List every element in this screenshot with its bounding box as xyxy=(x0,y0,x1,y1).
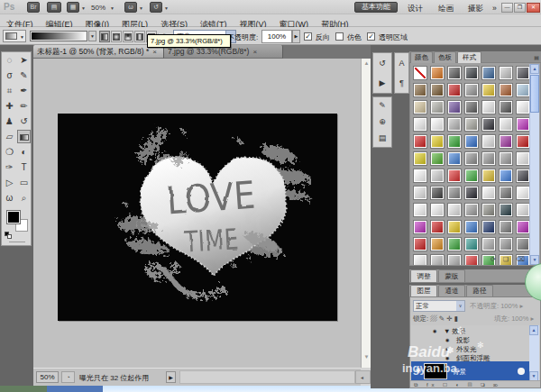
canvas-image[interactable]: LOVE TIME xyxy=(58,114,337,321)
rectangular-marquee-tool[interactable]: ◌ xyxy=(3,53,16,67)
style-swatch-12[interactable] xyxy=(499,83,513,97)
shape-tool[interactable]: ▭ xyxy=(17,176,31,189)
hand-tool-icon[interactable]: ω xyxy=(124,2,137,13)
style-swatch-50[interactable] xyxy=(430,186,445,200)
character-panel-icon[interactable]: A xyxy=(395,53,408,73)
layers-lock-row[interactable]: 锁定: ▨ ✎ ✛ ▮ xyxy=(413,315,458,324)
style-swatch-59[interactable] xyxy=(464,203,479,217)
hand-dropdown[interactable]: ▼ xyxy=(139,5,143,11)
horizontal-scrollbar[interactable] xyxy=(179,370,355,384)
style-swatch-7[interactable] xyxy=(413,83,427,97)
styles-scroll-thumb[interactable] xyxy=(530,75,539,113)
style-swatch-80[interactable] xyxy=(464,254,479,266)
style-swatch-34[interactable] xyxy=(516,134,530,149)
scroll-up-icon[interactable]: ▲ xyxy=(362,60,371,66)
scroll-down-icon[interactable]: ▼ xyxy=(362,354,371,360)
style-swatch-44[interactable] xyxy=(447,169,462,183)
style-swatch-6[interactable] xyxy=(516,66,530,80)
style-swatch-36[interactable] xyxy=(430,151,445,166)
style-swatch-70[interactable] xyxy=(413,237,427,251)
style-swatch-69[interactable] xyxy=(516,220,530,234)
styles-panel-menu-icon[interactable]: ▤ xyxy=(534,54,539,60)
styles-tabs-tab-1[interactable]: 色板 xyxy=(434,51,456,63)
style-swatch-62[interactable] xyxy=(516,203,530,217)
minimize-button[interactable]: — xyxy=(501,3,513,13)
style-swatch-40[interactable] xyxy=(499,151,513,166)
style-swatch-57[interactable] xyxy=(430,203,445,217)
style-swatch-68[interactable] xyxy=(499,220,513,234)
style-swatch-32[interactable] xyxy=(481,134,496,149)
style-swatch-66[interactable] xyxy=(464,220,479,234)
opacity-arrow[interactable]: ▶ xyxy=(292,30,300,43)
workspace-design-button[interactable]: 设计 xyxy=(408,4,423,14)
style-swatch-45[interactable] xyxy=(464,169,479,183)
style-swatch-10[interactable] xyxy=(464,83,479,97)
opacity-field[interactable]: 100% xyxy=(261,30,292,43)
workspace-paint-button[interactable]: 绘画 xyxy=(438,4,454,14)
move-tool[interactable]: ➤ xyxy=(17,53,31,67)
style-swatch-4[interactable] xyxy=(481,66,496,80)
foreground-color-swatch[interactable] xyxy=(7,211,20,223)
style-swatch-1[interactable] xyxy=(430,66,445,80)
style-swatch-2[interactable] xyxy=(447,66,462,80)
style-swatch-8[interactable] xyxy=(430,83,445,97)
linear-gradient-button[interactable] xyxy=(99,31,110,42)
style-swatch-35[interactable] xyxy=(413,151,427,166)
style-swatch-60[interactable] xyxy=(481,203,496,217)
adjust-tabs-tab-1[interactable]: 蒙版 xyxy=(438,269,465,282)
style-swatch-13[interactable] xyxy=(516,83,530,97)
reverse-checkbox[interactable]: ✓ xyxy=(304,32,312,41)
style-swatch-28[interactable] xyxy=(413,134,427,149)
style-swatch-21[interactable] xyxy=(413,117,427,132)
style-swatch-67[interactable] xyxy=(481,220,496,234)
launch-bridge-icon[interactable]: Br xyxy=(27,2,40,13)
style-swatch-27[interactable] xyxy=(516,117,530,132)
lasso-tool[interactable]: σ xyxy=(3,68,16,82)
styles-scrollbar[interactable]: ▲ ▼ xyxy=(529,64,539,265)
horizontal-scroll-arrows[interactable]: ◄ ► xyxy=(355,370,371,384)
style-swatch-30[interactable] xyxy=(447,134,462,149)
document-tab-1[interactable]: 未标题-1 @ 50% (背景, RGB/8) *× xyxy=(33,45,164,59)
style-swatch-5[interactable] xyxy=(499,66,513,80)
style-swatch-31[interactable] xyxy=(464,134,479,149)
style-swatch-16[interactable] xyxy=(447,100,462,114)
style-swatch-43[interactable] xyxy=(430,169,445,183)
style-swatch-55[interactable] xyxy=(516,186,530,200)
style-swatch-26[interactable] xyxy=(499,117,513,132)
style-swatch-24[interactable] xyxy=(464,117,479,132)
tab-1-close-icon[interactable]: × xyxy=(152,46,157,59)
reflected-gradient-button[interactable] xyxy=(134,31,145,42)
transparency-checkbox[interactable]: ✓ xyxy=(367,32,375,41)
arrange-documents-dropdown[interactable]: ▼ xyxy=(81,5,86,11)
hand-tool[interactable]: ω xyxy=(3,191,16,205)
style-swatch-23[interactable] xyxy=(447,117,462,132)
tab-2-close-icon[interactable]: × xyxy=(252,46,257,59)
layer-comps-panel-icon[interactable]: ▤ xyxy=(373,130,391,146)
clone-stamp-tool[interactable]: ♟ xyxy=(3,114,16,128)
eyedropper-tool[interactable]: ✒ xyxy=(17,84,31,97)
style-swatch-17[interactable] xyxy=(464,100,479,114)
effect-visibility-icon[interactable]: ◉ xyxy=(433,328,436,333)
style-swatch-39[interactable] xyxy=(481,151,496,166)
effect-visibility-icon[interactable]: ◉ xyxy=(445,337,449,342)
angle-gradient-button[interactable] xyxy=(123,31,133,42)
brushes-panel-icon[interactable]: ✎ xyxy=(373,97,391,114)
type-tool[interactable]: T xyxy=(17,160,31,174)
style-swatch-20[interactable] xyxy=(516,100,530,114)
layers-tabs-tab-1[interactable]: 通道 xyxy=(438,285,465,296)
gradient-picker-arrow[interactable]: ▼ xyxy=(88,31,96,41)
style-swatch-56[interactable] xyxy=(413,203,427,217)
style-swatch-29[interactable] xyxy=(430,134,445,149)
style-swatch-37[interactable] xyxy=(447,151,462,166)
layers-scrollbar[interactable]: ▲ ▼ xyxy=(529,325,539,381)
style-swatch-65[interactable] xyxy=(447,220,462,234)
style-swatch-47[interactable] xyxy=(499,169,513,183)
style-swatch-58[interactable] xyxy=(447,203,462,217)
gradient-tool[interactable] xyxy=(17,130,31,143)
style-swatch-54[interactable] xyxy=(499,186,513,200)
history-panel-icon[interactable]: ↺ xyxy=(373,53,391,73)
style-swatch-11[interactable] xyxy=(481,83,496,97)
arrange-documents-icon[interactable]: ▦ xyxy=(67,2,79,13)
style-swatch-3[interactable] xyxy=(464,66,479,80)
style-swatch-42[interactable] xyxy=(413,169,427,183)
